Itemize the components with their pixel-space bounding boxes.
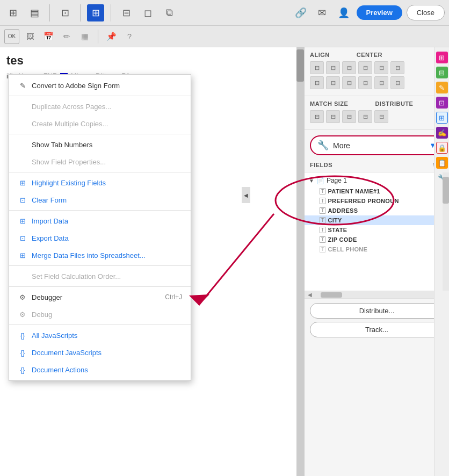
- tool-view[interactable]: ⊟: [118, 4, 135, 21]
- tree-page-1[interactable]: ▼ 📄 Page 1: [305, 175, 449, 186]
- field-zip-code[interactable]: T ZIP CODE: [305, 235, 449, 244]
- fields-tree[interactable]: ▼ 📄 Page 1 T PATIENT NAME#1 T PREFERRED …: [305, 172, 449, 291]
- tool-form[interactable]: ⊞: [87, 4, 104, 21]
- menu-clear-form[interactable]: ⊡ Clear Form: [9, 191, 191, 208]
- tool-barcode[interactable]: ▦: [77, 29, 92, 44]
- page1-chevron: ▼: [309, 178, 314, 184]
- menu-all-js[interactable]: {} All JavaScripts: [9, 327, 191, 344]
- align-top-icon[interactable]: ⊟: [358, 61, 372, 74]
- menu-export-data[interactable]: ⊡ Export Data: [9, 229, 191, 247]
- tool-sign[interactable]: ✏: [59, 29, 74, 44]
- field-icon-phone: T: [320, 246, 325, 253]
- close-button[interactable]: Close: [407, 5, 445, 20]
- align-center-h-icon[interactable]: ⊟: [326, 61, 340, 74]
- field-cell-phone[interactable]: T CELL PHONE: [305, 244, 449, 254]
- menu-merge-label: Merge Data Files into Spreadsheet...: [32, 251, 146, 259]
- fields-scrollbar[interactable]: [443, 172, 449, 291]
- menu-doc-actions[interactable]: {} Document Actions: [9, 361, 191, 378]
- tool-field[interactable]: ⊡: [56, 4, 74, 21]
- match-width-icon[interactable]: ⊟: [310, 110, 324, 123]
- pdf-scrollbar[interactable]: [296, 47, 304, 476]
- align-left-icon[interactable]: ⊟: [310, 61, 324, 74]
- align-right-icon[interactable]: ⊟: [342, 61, 356, 74]
- menu-debug: ⚙ Debug: [9, 306, 191, 323]
- align-bottom-icon[interactable]: ⊟: [390, 61, 404, 74]
- field-preferred-pronoun[interactable]: T PREFERRED PRONOUN: [305, 196, 449, 206]
- align-bc-icon[interactable]: ⊟: [374, 76, 388, 89]
- tool-image[interactable]: 🖼: [23, 29, 38, 44]
- link-icon[interactable]: 🔗: [292, 4, 309, 21]
- tool-action[interactable]: ⧉: [161, 4, 178, 21]
- distribute-h-icon[interactable]: ⊟: [358, 110, 372, 123]
- preview-button[interactable]: Preview: [357, 5, 402, 20]
- field-icon-address: T: [320, 207, 325, 214]
- strip-icon-pages[interactable]: 📋: [436, 157, 448, 169]
- more-section: 🔧 More ▼: [310, 135, 444, 155]
- more-button[interactable]: 🔧 More ▼: [310, 135, 444, 155]
- sep-7: [9, 324, 191, 325]
- pdf-scroll-thumb[interactable]: [296, 49, 304, 82]
- distribute-v-icon[interactable]: ⊟: [374, 110, 388, 123]
- menu-debugger-label: Debugger: [32, 293, 62, 301]
- context-menu: ✎ Convert to Adobe Sign Form Duplicate A…: [9, 74, 191, 381]
- tool-help[interactable]: ?: [122, 29, 137, 44]
- menu-convert[interactable]: ✎ Convert to Adobe Sign Form: [9, 77, 191, 94]
- strip-icon-share[interactable]: ⊟: [436, 67, 448, 78]
- align-center-v-icon[interactable]: ⊟: [374, 61, 388, 74]
- mail-icon[interactable]: ✉: [314, 4, 331, 21]
- align-icons-row2: ⊟ ⊟ ⊟ ⊟ ⊟ ⊟: [310, 76, 444, 89]
- user-icon[interactable]: 👤: [335, 4, 352, 21]
- menu-show-tab-label: Show Tab Numbers: [32, 141, 92, 149]
- align-tr-icon[interactable]: ⊟: [342, 76, 356, 89]
- align-tl-icon[interactable]: ⊟: [310, 76, 324, 89]
- align-bl-icon[interactable]: ⊟: [358, 76, 372, 89]
- tool-select[interactable]: ⊞: [4, 4, 21, 21]
- menu-calc-order-label: Set Field Calculation Order...: [32, 272, 121, 280]
- field-patient-name[interactable]: T PATIENT NAME#1: [305, 186, 449, 196]
- page1-icon: 📄: [316, 177, 324, 184]
- match-height-icon[interactable]: ⊟: [326, 110, 340, 123]
- strip-icon-form[interactable]: ⊞: [436, 52, 448, 63]
- tool-calendar[interactable]: 📅: [41, 29, 56, 44]
- tool-ok[interactable]: OK: [4, 29, 19, 44]
- menu-merge-data[interactable]: ⊞ Merge Data Files into Spreadsheet...: [9, 247, 191, 264]
- strip-icon-sign[interactable]: ✍: [436, 127, 448, 139]
- sep-5: [9, 265, 191, 266]
- align-tc-icon[interactable]: ⊟: [326, 76, 340, 89]
- match-both-icon[interactable]: ⊟: [342, 110, 356, 123]
- strip-icon-measure[interactable]: ⊞: [436, 112, 448, 124]
- menu-show-tab[interactable]: Show Tab Numbers: [9, 136, 191, 153]
- menu-debugger[interactable]: ⚙ Debugger Ctrl+J: [9, 289, 191, 306]
- fields-scroll-thumb[interactable]: [443, 177, 449, 204]
- toolbar-right: 🔗 ✉ 👤 Preview Close: [292, 4, 445, 21]
- left-scroll-arrow[interactable]: ◀: [242, 187, 250, 203]
- menu-export-label: Export Data: [32, 234, 69, 242]
- pdf-title: tes: [6, 54, 290, 68]
- calc-order-icon: [18, 271, 27, 281]
- field-name-state: STATE: [328, 227, 347, 233]
- track-button[interactable]: Track...: [310, 322, 444, 337]
- strip-icon-comment[interactable]: ✎: [436, 82, 448, 93]
- menu-import-data[interactable]: ⊞ Import Data: [9, 212, 191, 229]
- strip-icon-protect[interactable]: 🔒: [436, 142, 448, 154]
- tool-text[interactable]: ▤: [26, 4, 43, 21]
- menu-show-field-props: Show Field Properties...: [9, 153, 191, 170]
- fields-header: FIELDS ≡ ↕: [305, 157, 449, 172]
- tool-pin[interactable]: 📌: [104, 29, 119, 44]
- menu-doc-js[interactable]: {} Document JavaScripts: [9, 344, 191, 361]
- align-br-icon[interactable]: ⊟: [390, 76, 404, 89]
- fields-bottom-scroll[interactable]: ◀ ▶: [305, 291, 449, 298]
- field-name-pronoun: PREFERRED PRONOUN: [328, 198, 399, 204]
- page1-label: Page 1: [327, 177, 347, 184]
- separator1: [49, 4, 50, 21]
- field-city[interactable]: T CITY: [305, 215, 449, 225]
- distribute-button[interactable]: Distribute...: [310, 303, 444, 319]
- tool-preview2[interactable]: ◻: [139, 4, 156, 21]
- strip-icon-export[interactable]: ⊡: [436, 97, 448, 109]
- menu-highlight[interactable]: ⊞ Highlight Existing Fields: [9, 174, 191, 191]
- field-address[interactable]: T ADDRESS: [305, 206, 449, 215]
- doc-actions-icon: {}: [18, 365, 27, 374]
- scroll-left-arrow[interactable]: ◀: [305, 292, 315, 298]
- field-state[interactable]: T STATE: [305, 225, 449, 235]
- show-tab-icon: [18, 140, 27, 149]
